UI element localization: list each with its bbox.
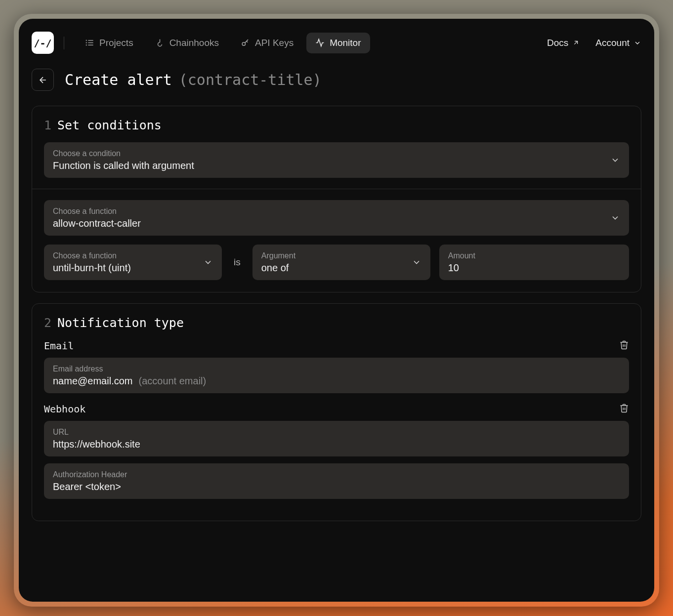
email-heading: Email [44,340,74,352]
field-label: Choose a condition [53,149,620,158]
field-label: URL [53,428,620,437]
field-value: one of [261,262,421,274]
field-value: name@email.com (account email) [53,375,620,387]
field-value: Function is called with argument [53,160,620,171]
webhook-url-input[interactable]: URL https://webhook.site [44,421,629,456]
field-label: Choose a function [53,207,620,216]
field-label: Email address [53,365,620,373]
chevron-down-icon [610,155,620,165]
delete-webhook-button[interactable] [619,403,629,415]
nav-items: Projects Chainhooks API Keys Monitor [76,33,370,53]
account-menu[interactable]: Account [595,38,641,48]
key-icon [241,38,250,47]
delete-email-button[interactable] [619,340,629,352]
is-label: is [231,257,244,268]
top-nav: /-/ Projects Chainhooks API Keys [32,32,641,54]
chevron-down-icon [412,257,421,267]
nav-monitor[interactable]: Monitor [306,33,370,53]
webhook-block: Webhook URL https://webhook.site Authori… [44,403,629,499]
external-link-icon [572,39,580,46]
field-label: Choose a function [53,251,213,260]
title-main: Create alert [65,71,172,88]
function-select[interactable]: Choose a function allow-contract-caller [44,200,629,236]
app-window: /-/ Projects Chainhooks API Keys [19,19,654,602]
trash-icon [619,403,629,413]
svg-point-5 [86,45,86,45]
field-value: Bearer <token> [53,481,620,493]
step-label: Notification type [57,316,184,330]
notification-title: 2 Notification type [44,316,629,330]
chevron-down-icon [203,257,213,267]
trash-icon [619,340,629,350]
step-number: 2 [44,316,51,330]
nav-api-keys[interactable]: API Keys [232,33,302,53]
argument-row: Choose a function until-burn-ht (uint) i… [44,245,629,280]
field-value: allow-contract-caller [53,218,620,229]
nav-chainhooks[interactable]: Chainhooks [146,33,228,53]
docs-label: Docs [547,38,568,48]
field-label: Authorization Header [53,470,620,479]
condition-select[interactable]: Choose a condition Function is called wi… [44,142,629,178]
docs-link[interactable]: Docs [547,38,580,48]
conditions-card: 1 Set conditions Choose a condition Func… [32,106,641,292]
page-title: Create alert (contract-title) [65,71,322,88]
nav-projects[interactable]: Projects [76,33,142,53]
argument-select[interactable]: Argument one of [252,245,430,280]
svg-point-4 [86,42,86,43]
svg-point-3 [86,40,86,41]
activity-icon [315,38,325,47]
email-block: Email Email address name@email.com (acco… [44,340,629,393]
nav-label: API Keys [255,38,294,48]
amount-input[interactable]: Amount 10 [439,245,629,280]
webhook-auth-input[interactable]: Authorization Header Bearer <token> [44,463,629,499]
svg-point-6 [242,42,245,45]
step-number: 1 [44,118,51,132]
email-hint: (account email) [138,375,206,387]
hook-icon [155,38,165,47]
account-label: Account [595,38,630,48]
field-label: Argument [261,251,421,260]
webhook-heading: Webhook [44,403,85,415]
title-subtitle: (contract-title) [179,71,322,88]
nav-label: Monitor [330,38,361,48]
arrow-left-icon [38,75,48,85]
step-label: Set conditions [57,118,162,132]
email-value: name@email.com [53,375,132,387]
chevron-down-icon [633,39,641,47]
nav-label: Chainhooks [169,38,219,48]
divider [32,189,641,189]
notification-card: 2 Notification type Email Email address … [32,303,641,521]
field-label: Amount [448,251,620,260]
webhook-header: Webhook [44,403,629,415]
page-header: Create alert (contract-title) [32,69,641,91]
email-header: Email [44,340,629,352]
list-icon [85,38,94,47]
field-value: https://webhook.site [53,439,620,450]
nav-separator [64,37,64,49]
field-value: until-burn-ht (uint) [53,262,213,274]
nav-label: Projects [99,38,133,48]
logo[interactable]: /-/ [32,32,54,54]
chevron-down-icon [610,213,620,223]
email-address-input[interactable]: Email address name@email.com (account em… [44,358,629,393]
back-button[interactable] [32,69,54,91]
param-select[interactable]: Choose a function until-burn-ht (uint) [44,245,222,280]
nav-right: Docs Account [547,38,641,48]
field-value: 10 [448,262,620,274]
conditions-title: 1 Set conditions [44,118,629,132]
